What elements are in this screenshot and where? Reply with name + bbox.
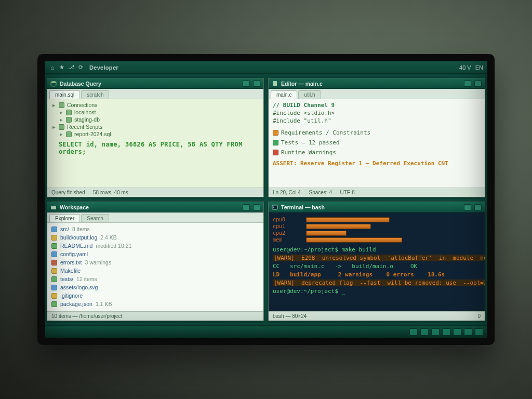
menubar-icon-cluster: ⌂ ★ ⎇ ⟳ [49,64,84,71]
folder-icon [273,140,278,145]
assert-line: ASSERT: Reserve Register 1 — Deferred Ex… [273,159,481,167]
tree-node[interactable]: ▸localhost [51,109,259,116]
list-item[interactable]: build/output.log2.4 KB [51,233,259,242]
folder-tree-icon [50,204,57,210]
file-icon [51,260,57,265]
list-item-label: package.json [60,301,92,307]
chevron-right-icon: ▸ [59,109,63,115]
tree-node[interactable]: ▸Connections [51,101,259,109]
list-item[interactable]: package.json1.1 KB [51,300,259,308]
sql-statement[interactable]: SELECT id, name, 36826 AS PRICE, 58 AS Q… [51,138,259,155]
node-icon [66,131,72,137]
menubar-right: 40 V EN [459,64,483,71]
resource-bar-fill [306,224,371,229]
system-tray [409,328,483,336]
tree-node[interactable]: ▸Recent Scripts [51,123,259,130]
list-item[interactable]: .gitignore [51,291,259,300]
resource-bar: cpu1 [273,223,481,229]
tray-icon[interactable] [464,328,472,336]
list-item[interactable]: assets/logo.svg [51,283,259,291]
tree-node-label: Connections [67,102,97,108]
minimize-button[interactable] [243,204,250,210]
resource-bar-fill [306,217,390,222]
tab-scratch[interactable]: scratch [81,90,109,99]
star-icon[interactable]: ★ [58,64,65,71]
menubar-indicator-0: 40 V [459,64,471,71]
panel-titlebar[interactable]: Editor — main.c [269,78,485,89]
close-button[interactable] [253,81,260,87]
code-line: #include "util.h" [273,117,481,125]
close-button[interactable] [253,204,260,210]
list-item-meta: 1.1 KB [96,301,112,307]
outline-group-label: Runtime Warnings [281,149,336,156]
terminal-body[interactable]: cpu0cpu1cpu2mem user@dev:~/project$ make… [269,212,485,311]
panel-query-editor: Database Query main.sql scratch ▸Connect… [47,78,264,197]
list-item[interactable]: tests/12 items [51,275,259,283]
status-text: Ln 20, Col 4 — Spaces: 4 — UTF-8 [273,190,355,195]
list-item[interactable]: src/8 items [51,225,259,233]
svg-rect-1 [273,81,277,86]
terminal-line: LD build/app 2 warnings 0 errors 18.6s [273,271,481,279]
status-text: Query finished — 58 rows, 40 ms [51,190,128,195]
outline-group[interactable]: Requirements / Constraints [273,128,481,138]
desktop-menubar: ⌂ ★ ⎇ ⟳ Developer 40 V EN [45,61,487,74]
menubar-title: Developer [89,64,118,71]
tree-node-label: localhost [74,109,96,115]
tray-icon[interactable] [420,328,429,336]
close-button[interactable] [474,204,482,210]
close-button[interactable] [474,81,482,87]
query-body[interactable]: ▸Connections▸localhost▸staging-db▸Recent… [47,99,263,188]
panel-title: Editor — main.c [281,81,323,87]
list-item-meta: modified 10:21 [96,243,131,249]
panel-titlebar[interactable]: Terminal — bash [269,202,485,212]
list-item-meta: 12 items [76,276,97,282]
exit-code: 0 [477,313,481,319]
chevron-right-icon: ▸ [51,102,56,108]
outline-group[interactable]: Runtime Warnings [273,148,481,157]
tab-strip: main.c util.h [269,89,485,99]
tab-strip: Explorer Search [47,212,263,223]
chevron-right-icon: ▸ [59,116,63,123]
outline-group[interactable]: Tests — 12 passed [273,138,481,148]
tab-search[interactable]: Search [81,214,109,222]
status-text: bash — 80×24 [273,313,307,319]
minimize-button[interactable] [464,204,471,210]
resource-bar-label: cpu0 [273,217,304,222]
list-item[interactable]: Makefile [51,267,259,275]
file-icon [51,243,57,249]
tray-icon[interactable] [431,328,440,336]
tray-icon[interactable] [475,328,483,336]
tab-util-h[interactable]: util.h [298,90,321,99]
list-item-meta: 8 items [72,226,90,232]
editor-body[interactable]: // BUILD Channel 9 #include <stdio.h> #i… [269,99,485,188]
tray-icon[interactable] [453,328,461,336]
tray-icon[interactable] [409,328,418,336]
list-item[interactable]: errors.txt3 warnings [51,258,259,267]
database-icon [50,81,57,87]
list-item[interactable]: README.mdmodified 10:21 [51,242,259,250]
list-item[interactable]: config.yaml [51,250,259,258]
menubar-indicator-1[interactable]: EN [475,64,483,71]
branch-icon[interactable]: ⎇ [68,64,75,71]
minimize-button[interactable] [464,81,471,87]
list-item-label: assets/logo.svg [60,284,98,290]
terminal-icon [272,204,278,210]
panel-titlebar[interactable]: Workspace [47,202,263,212]
explorer-body[interactable]: src/8 itemsbuild/output.log2.4 KBREADME.… [47,223,263,311]
panel-titlebar[interactable]: Database Query [47,78,263,89]
home-icon[interactable]: ⌂ [49,64,56,71]
minimize-button[interactable] [243,81,250,87]
tab-main-c[interactable]: main.c [271,90,297,99]
tree-node-label: Recent Scripts [67,124,102,130]
refresh-icon[interactable]: ⟳ [77,64,84,71]
resource-bar-label: mem [273,237,304,243]
folder-icon [273,150,278,155]
tray-icon[interactable] [442,328,450,336]
file-icon [51,251,57,257]
status-bar: bash — 80×24 0 [269,311,485,321]
tab-explorer[interactable]: Explorer [49,214,80,222]
tree-node[interactable]: ▸staging-db [51,116,259,123]
outline-group-label: Requirements / Constraints [281,129,370,136]
tree-node[interactable]: ▸report-2024.sql [51,130,259,138]
tab-main-sql[interactable]: main.sql [49,90,80,99]
